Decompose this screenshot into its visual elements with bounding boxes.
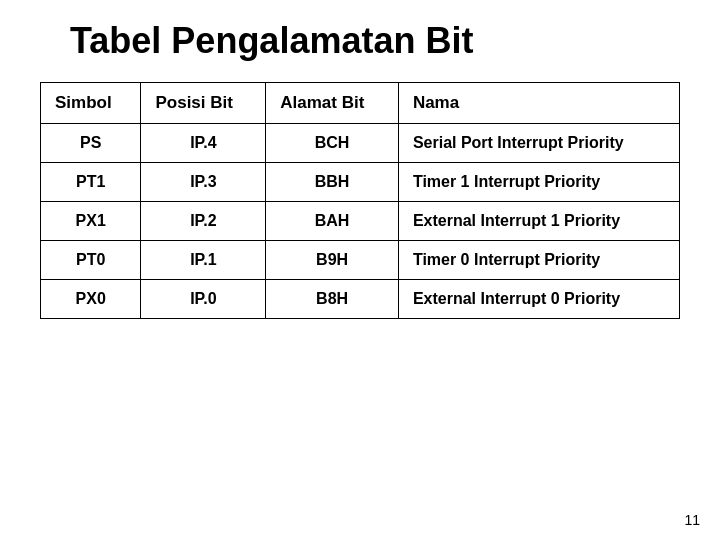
table-row: PSIP.4BCHSerial Port Interrupt Priority bbox=[41, 124, 680, 163]
table-row: PX0IP.0B8HExternal Interrupt 0 Priority bbox=[41, 280, 680, 319]
cell-r2-c0: PX1 bbox=[41, 202, 141, 241]
cell-r0-c1: IP.4 bbox=[141, 124, 266, 163]
cell-r2-c3: External Interrupt 1 Priority bbox=[398, 202, 679, 241]
col-header-posisi: Posisi Bit bbox=[141, 83, 266, 124]
page-title: Tabel Pengalamatan Bit bbox=[70, 20, 473, 62]
cell-r0-c0: PS bbox=[41, 124, 141, 163]
cell-r3-c1: IP.1 bbox=[141, 241, 266, 280]
table-row: PX1IP.2BAHExternal Interrupt 1 Priority bbox=[41, 202, 680, 241]
cell-r3-c2: B9H bbox=[266, 241, 399, 280]
cell-r0-c2: BCH bbox=[266, 124, 399, 163]
cell-r1-c3: Timer 1 Interrupt Priority bbox=[398, 163, 679, 202]
col-header-simbol: Simbol bbox=[41, 83, 141, 124]
cell-r2-c2: BAH bbox=[266, 202, 399, 241]
cell-r4-c3: External Interrupt 0 Priority bbox=[398, 280, 679, 319]
cell-r1-c1: IP.3 bbox=[141, 163, 266, 202]
table-row: PT1IP.3BBHTimer 1 Interrupt Priority bbox=[41, 163, 680, 202]
table-row: PT0IP.1B9HTimer 0 Interrupt Priority bbox=[41, 241, 680, 280]
cell-r1-c0: PT1 bbox=[41, 163, 141, 202]
page-number: 11 bbox=[684, 512, 700, 528]
cell-r3-c0: PT0 bbox=[41, 241, 141, 280]
cell-r3-c3: Timer 0 Interrupt Priority bbox=[398, 241, 679, 280]
col-header-alamat: Alamat Bit bbox=[266, 83, 399, 124]
cell-r1-c2: BBH bbox=[266, 163, 399, 202]
cell-r4-c1: IP.0 bbox=[141, 280, 266, 319]
cell-r4-c0: PX0 bbox=[41, 280, 141, 319]
table-header-row: Simbol Posisi Bit Alamat Bit Nama bbox=[41, 83, 680, 124]
col-header-nama: Nama bbox=[398, 83, 679, 124]
cell-r2-c1: IP.2 bbox=[141, 202, 266, 241]
bit-address-table: Simbol Posisi Bit Alamat Bit Nama PSIP.4… bbox=[40, 82, 680, 319]
cell-r0-c3: Serial Port Interrupt Priority bbox=[398, 124, 679, 163]
cell-r4-c2: B8H bbox=[266, 280, 399, 319]
